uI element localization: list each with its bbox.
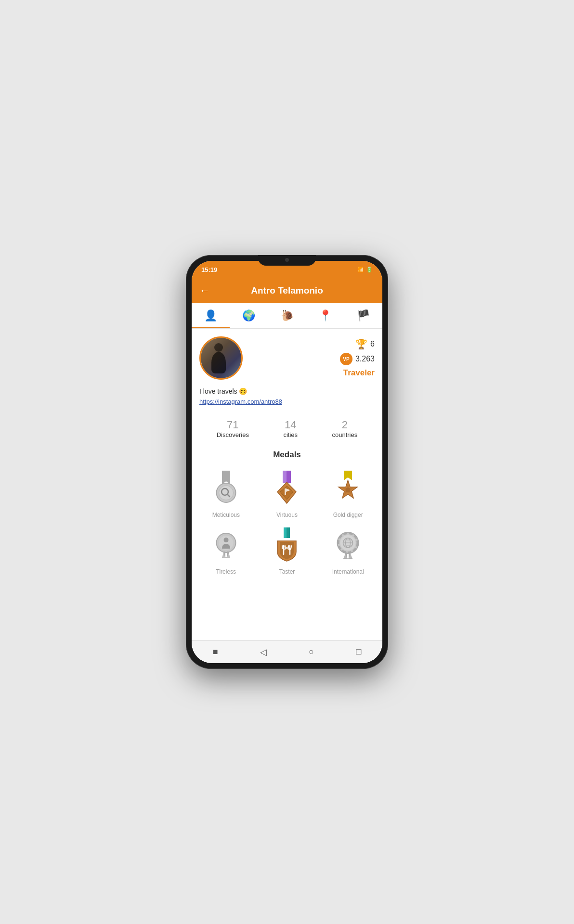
countries-number: 2 [342, 419, 348, 431]
svg-rect-9 [285, 488, 286, 495]
avatar-image [201, 338, 241, 378]
cities-label: cities [283, 431, 298, 438]
tab-globe[interactable]: 🌍 [230, 303, 268, 328]
vp-score: 3.263 [355, 355, 375, 363]
camera [285, 258, 289, 262]
globe-tab-icon: 🌍 [242, 309, 255, 322]
avatar [199, 336, 243, 380]
medal-taster: Taster [261, 526, 314, 575]
svg-rect-24 [287, 527, 290, 538]
flag-tab-icon: 🏴 [357, 309, 370, 322]
discoveries-number: 71 [227, 419, 238, 431]
medal-tireless-icon [209, 526, 243, 565]
medal-gold-digger-label: Gold digger [333, 512, 363, 518]
crown-count: 6 [370, 340, 375, 348]
medal-taster-icon [270, 526, 304, 565]
medals-section: Medals [199, 450, 375, 575]
signal-icon: 📶 [357, 267, 364, 273]
main-content: 🏆 6 VP 3.263 Traveler I love travels 😊 h… [192, 329, 382, 640]
snail-tab-icon: 🐌 [281, 309, 294, 322]
medal-tireless: Tireless [199, 526, 253, 575]
medal-gold-digger: Gold digger [321, 469, 375, 518]
svg-rect-5 [283, 471, 287, 483]
tab-profile[interactable]: 👤 [192, 303, 230, 328]
bio-link[interactable]: https://instagram.com/antro88 [199, 398, 375, 405]
nav-home[interactable]: ○ [309, 647, 314, 657]
medals-grid: Meticulous [199, 469, 375, 575]
bio-text: I love travels 😊 [199, 387, 375, 395]
medal-international-icon [331, 526, 365, 565]
svg-rect-6 [287, 471, 291, 483]
cities-number: 14 [285, 419, 296, 431]
profile-tab-icon: 👤 [204, 309, 217, 322]
back-button[interactable]: ← [199, 284, 210, 297]
vp-circle: VP [340, 353, 352, 365]
medal-meticulous-label: Meticulous [212, 512, 240, 518]
countries-label: countries [332, 431, 357, 438]
phone-screen: 15:19 📶 🔋 ← Antro Telamonio 👤 🌍 🐌 📍 [192, 261, 382, 663]
discoveries-label: Discoveries [217, 431, 249, 438]
location-tab-icon: 📍 [319, 309, 332, 322]
medal-virtuous-label: Virtuous [276, 512, 298, 518]
medal-virtuous: Virtuous [261, 469, 314, 518]
crown-icon: 🏆 [355, 338, 367, 350]
tab-location[interactable]: 📍 [306, 303, 344, 328]
phone-device: 15:19 📶 🔋 ← Antro Telamonio 👤 🌍 🐌 📍 [186, 255, 388, 669]
profile-section: 🏆 6 VP 3.263 Traveler [199, 336, 375, 380]
stat-discoveries: 71 Discoveries [217, 419, 249, 438]
stat-countries: 2 countries [332, 419, 357, 438]
profile-stats: 🏆 6 VP 3.263 Traveler [340, 336, 375, 378]
nav-back[interactable]: ◁ [260, 647, 267, 657]
crown-score: 🏆 6 [355, 338, 375, 350]
tab-bar: 👤 🌍 🐌 📍 🏴 [192, 303, 382, 329]
bottom-nav: ■ ◁ ○ □ [192, 640, 382, 663]
medal-international: International [321, 526, 375, 575]
nav-apps[interactable]: □ [356, 647, 361, 657]
svg-point-17 [223, 538, 228, 542]
svg-marker-0 [222, 471, 230, 484]
medals-title: Medals [199, 450, 375, 460]
status-time: 15:19 [201, 266, 217, 273]
status-icons: 📶 🔋 [357, 267, 373, 273]
tab-flag[interactable]: 🏴 [344, 303, 382, 328]
medal-taster-label: Taster [279, 568, 295, 575]
medal-meticulous-icon [209, 469, 243, 508]
medal-virtuous-icon [270, 469, 304, 508]
medal-gold-digger-icon [331, 469, 365, 508]
svg-point-14 [346, 488, 351, 492]
vp-badge: VP 3.263 [340, 353, 375, 365]
nav-stop[interactable]: ■ [213, 647, 218, 657]
svg-marker-11 [344, 471, 352, 480]
level-label: Traveler [343, 368, 375, 378]
tab-snail[interactable]: 🐌 [268, 303, 306, 328]
battery-icon: 🔋 [366, 267, 373, 273]
stats-row: 71 Discoveries 14 cities 2 countries [199, 415, 375, 438]
medal-international-label: International [332, 568, 364, 575]
page-title: Antro Telamonio [251, 285, 323, 296]
app-header: ← Antro Telamonio [192, 278, 382, 303]
stat-cities: 14 cities [283, 419, 298, 438]
medal-tireless-label: Tireless [216, 568, 236, 575]
medal-meticulous: Meticulous [199, 469, 253, 518]
